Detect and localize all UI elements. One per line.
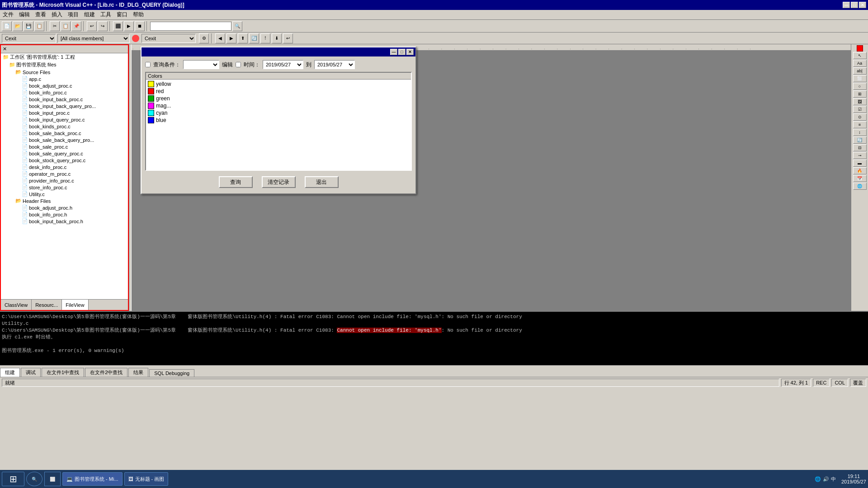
tab-fileview[interactable]: FileView <box>62 300 88 310</box>
rp-radio-icon[interactable]: ⊙ <box>853 113 867 121</box>
volume-icon[interactable]: 🔊 <box>823 476 829 482</box>
color-list-item[interactable]: green <box>147 95 410 102</box>
rp-aa-icon[interactable]: Aa <box>853 60 867 67</box>
panel-close-icon[interactable]: ✕ <box>3 46 7 52</box>
tree-item[interactable]: 📂Source Files <box>1 69 128 75</box>
rp-scroll-icon[interactable]: ↕ <box>853 129 867 136</box>
ime-icon[interactable]: 中 <box>831 476 836 483</box>
tab-results[interactable]: 结果 <box>128 368 148 377</box>
rp-img-icon[interactable]: 🖼 <box>853 98 867 105</box>
exit-button[interactable]: 退出 <box>305 176 339 188</box>
menu-tools[interactable]: 工具 <box>98 10 114 19</box>
rp-cal-icon[interactable]: 📅 <box>853 175 867 182</box>
tab-find2[interactable]: 在文件2中查找 <box>85 368 127 377</box>
dialog[interactable]: — □ ✕ 查询条件： 编辑 时间： <box>141 47 416 194</box>
tb2-up-btn[interactable]: ⬆ <box>238 33 248 43</box>
tree-item[interactable]: 📄book_info_proc.c <box>1 89 128 96</box>
tree-item[interactable]: 📄book_input_proc.c <box>1 109 128 116</box>
taskbar-search-icon[interactable]: 🔍 <box>26 472 42 486</box>
tree-item[interactable]: 📄book_sale_back_proc.c <box>1 130 128 136</box>
rp-arrow-icon[interactable]: ↖ <box>853 52 867 59</box>
time-check[interactable] <box>236 62 241 67</box>
tab-sql[interactable]: SQL Debugging <box>149 369 194 377</box>
tb2-btn-3[interactable]: ⬇ <box>272 33 282 43</box>
search-condition-check[interactable] <box>145 62 151 67</box>
tb-undo-btn[interactable]: ↩ <box>87 21 97 31</box>
network-icon[interactable]: 🌐 <box>815 476 821 482</box>
tb-save-btn[interactable]: 💾 <box>24 21 33 31</box>
rp-tab-icon[interactable]: ⊟ <box>853 144 867 151</box>
tb-paste-btn[interactable]: 📌 <box>71 21 81 31</box>
query-button[interactable]: 查询 <box>219 176 253 188</box>
tree-item[interactable]: 📄Utility.c <box>1 191 128 197</box>
cexit-dropdown-1[interactable]: Cexit <box>2 34 56 43</box>
condition-dropdown[interactable] <box>183 60 219 69</box>
tb-btn-7[interactable]: ⏹ <box>135 21 145 31</box>
dialog-close[interactable]: ✕ <box>406 49 414 55</box>
tree-item[interactable]: 📄book_info_proc.h <box>1 211 128 218</box>
clear-button[interactable]: 清空记录 <box>262 176 296 188</box>
tb-cut-btn[interactable]: ✂ <box>50 21 60 31</box>
tb-btn-5[interactable]: ⬛ <box>113 21 123 31</box>
tree-item[interactable]: 📄book_sale_proc.c <box>1 143 128 150</box>
tree-item[interactable]: 📄book_kinds_proc.c <box>1 123 128 130</box>
rp-hot-icon[interactable]: 🔥 <box>853 167 867 174</box>
tree-item[interactable]: 📄book_input_back_query_pro... <box>1 103 128 109</box>
menu-help[interactable]: 帮助 <box>130 10 146 19</box>
taskbar-task-icon[interactable]: ⬜ <box>44 472 61 486</box>
colors-listbox[interactable]: yellowredgreenmag...cyanblue <box>146 80 411 170</box>
minimize-button[interactable]: — <box>843 2 850 8</box>
tree-item[interactable]: 📄app.c <box>1 75 128 82</box>
tree-item[interactable]: 📁工作区 '图书管理系统': 1 工程 <box>1 53 128 61</box>
tb2-btn-2[interactable]: ! <box>260 33 270 43</box>
tree-item[interactable]: 📄operator_m_proc.c <box>1 170 128 177</box>
color-list-item[interactable]: cyan <box>147 109 410 117</box>
class-members-dropdown[interactable]: [All class members] <box>57 34 130 43</box>
tree-area[interactable]: 📁工作区 '图书管理系统': 1 工程📁图书管理系统 files📂Source … <box>1 53 128 299</box>
menu-view[interactable]: 查看 <box>33 10 49 19</box>
to-date-dropdown[interactable]: 2019/05/27 <box>314 60 355 69</box>
tree-item[interactable]: 📄book_sale_query_proc.c <box>1 150 128 157</box>
rp-abl-icon[interactable]: ab| <box>853 67 867 75</box>
tb-btn-6[interactable]: ▶ <box>124 21 134 31</box>
tab-debug[interactable]: 调试 <box>21 368 41 377</box>
dialog-maximize[interactable]: □ <box>398 49 406 55</box>
color-list-item[interactable]: mag... <box>147 102 410 109</box>
tb-redo-btn[interactable]: ↪ <box>98 21 108 31</box>
tb-search-btn[interactable]: 🔍 <box>232 21 242 31</box>
menu-window[interactable]: 窗口 <box>114 10 130 19</box>
maximize-button[interactable]: □ <box>851 2 858 8</box>
tree-item[interactable]: 📄book_input_back_proc.h <box>1 218 128 225</box>
rp-prog-icon[interactable]: ▬ <box>853 160 867 167</box>
rp-list-icon[interactable]: ≡ <box>853 121 867 128</box>
tree-item[interactable]: 📄store_info_proc.c <box>1 184 128 191</box>
tree-item[interactable]: 📄book_adjust_proc.h <box>1 204 128 211</box>
color-list-item[interactable]: blue <box>147 117 410 124</box>
dialog-minimize[interactable]: — <box>390 49 397 55</box>
tb2-fwd-btn[interactable]: ▶ <box>226 33 236 43</box>
toolbar-search-input[interactable] <box>150 22 231 31</box>
tree-item[interactable]: 📄desk_info_proc.c <box>1 164 128 170</box>
tb2-btn-1[interactable]: ⚙ <box>199 33 209 43</box>
tree-item[interactable]: 📄book_input_query_proc.c <box>1 116 128 123</box>
tab-find1[interactable]: 在文件1中查找 <box>42 368 84 377</box>
tree-item[interactable]: 📄book_stock_query_proc.c <box>1 157 128 164</box>
rp-slider-icon[interactable]: ⊸ <box>853 152 867 159</box>
tab-build[interactable]: 组建 <box>0 368 20 377</box>
menu-build[interactable]: 组建 <box>81 10 98 19</box>
color-list-item[interactable]: yellow <box>147 80 410 88</box>
rp-table-icon[interactable]: ⊞ <box>853 90 867 98</box>
menu-project[interactable]: 项目 <box>65 10 81 19</box>
tab-classview[interactable]: ClassView <box>1 300 32 310</box>
menu-edit[interactable]: 编辑 <box>16 10 33 19</box>
tree-item[interactable]: 📁图书管理系统 files <box>1 61 128 69</box>
menu-insert[interactable]: 插入 <box>49 10 65 19</box>
tb2-btn-4[interactable]: ↩ <box>283 33 293 43</box>
taskbar-app-2[interactable]: 🖼 无标题 - 画图 <box>124 472 169 486</box>
tb2-sync-btn[interactable]: 🔄 <box>249 33 259 43</box>
taskbar-app-1[interactable]: 💻 图书管理系统 - Mi... <box>62 472 123 486</box>
tb2-back-btn[interactable]: ◀ <box>215 33 225 43</box>
tb-save-all-btn[interactable]: 📋 <box>34 21 44 31</box>
rp-spin-icon[interactable]: 🔄 <box>853 136 867 144</box>
start-button[interactable]: ⊞ <box>2 472 24 486</box>
